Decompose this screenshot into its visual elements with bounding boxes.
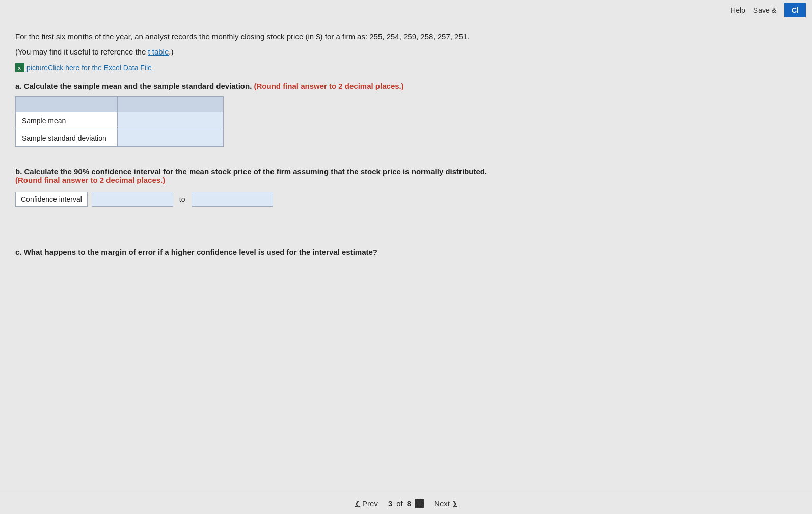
section-b-bold: (Round final answer to 2 decimal places.…	[15, 176, 165, 184]
prev-chevron-icon: ❮	[355, 500, 360, 507]
excel-data-link[interactable]: pictureClick here for the Excel Data Fil…	[26, 64, 152, 72]
problem-intro: For the first six months of the year, an…	[15, 31, 596, 43]
excel-link-row: X pictureClick here for the Excel Data F…	[15, 63, 596, 72]
table-row: Sample mean	[16, 112, 224, 129]
page-indicator: 3 of 8	[388, 499, 424, 508]
confidence-interval-label: Confidence interval	[15, 192, 88, 207]
grid-dot	[418, 499, 421, 502]
grid-dot	[418, 502, 421, 505]
reference-line: (You may find it useful to reference the…	[15, 46, 596, 58]
grid-icon[interactable]	[415, 499, 424, 508]
section-c-label: c. What happens to the margin of error i…	[15, 248, 596, 256]
section-a-label: a. Calculate the sample mean and the sam…	[15, 82, 596, 90]
table-row: Sample standard deviation	[16, 129, 224, 147]
current-page: 3	[388, 499, 392, 508]
sample-mean-label: Sample mean	[16, 112, 118, 129]
grid-dot	[415, 502, 418, 505]
sample-std-input[interactable]	[124, 132, 217, 143]
of-text: of	[396, 499, 403, 508]
sample-stats-table-container: Sample mean Sample standard deviation	[15, 96, 596, 147]
part-c-letter: c.	[15, 248, 22, 256]
help-label: Help	[730, 6, 745, 14]
save-label: Save &	[753, 6, 776, 14]
intro-text: For the first six months of the year, an…	[15, 32, 469, 41]
grid-dot	[421, 505, 424, 508]
grid-dot	[415, 499, 418, 502]
section-a-text: Calculate the sample mean and the sample…	[22, 82, 254, 90]
svg-text:X: X	[18, 66, 21, 71]
grid-dot	[415, 505, 418, 508]
prev-button[interactable]: ❮ Prev	[355, 499, 378, 508]
reference-prefix: (You may find it useful to reference the	[15, 47, 148, 56]
part-b-letter: b.	[15, 167, 22, 176]
prev-label: Prev	[362, 499, 378, 508]
part-a-letter: a.	[15, 82, 22, 90]
excel-icon: X	[15, 63, 24, 72]
section-b: b. Calculate the 90% confidence interval…	[15, 167, 596, 207]
main-content: For the first six months of the year, an…	[0, 0, 611, 307]
to-text: to	[177, 195, 187, 203]
grid-dot	[421, 502, 424, 505]
sample-stats-table: Sample mean Sample standard deviation	[15, 96, 224, 147]
confidence-interval-row: Confidence interval to	[15, 192, 596, 207]
sample-mean-input[interactable]	[124, 115, 217, 126]
table-header-2	[118, 97, 224, 112]
reference-suffix: .)	[169, 47, 173, 56]
t-table-link[interactable]: t table	[148, 47, 169, 56]
confidence-upper-input[interactable]	[192, 192, 273, 207]
sample-std-label: Sample standard deviation	[16, 129, 118, 147]
section-c: c. What happens to the margin of error i…	[15, 248, 596, 256]
sample-std-value-cell	[118, 129, 224, 147]
next-chevron-icon: ❯	[452, 500, 457, 507]
sample-mean-value-cell	[118, 112, 224, 129]
section-b-text: Calculate the 90% confidence interval fo…	[22, 167, 487, 176]
section-a: a. Calculate the sample mean and the sam…	[15, 82, 596, 147]
section-c-text: What happens to the margin of error if a…	[22, 248, 377, 256]
section-a-bold: (Round final answer to 2 decimal places.…	[254, 82, 404, 90]
total-pages: 8	[407, 499, 411, 508]
grid-dot	[421, 499, 424, 502]
nav-bar: ❮ Prev 3 of 8 Next ❯	[0, 493, 812, 514]
grid-dot	[418, 505, 421, 508]
table-header-1	[16, 97, 118, 112]
next-button[interactable]: Next ❯	[434, 499, 457, 508]
cl-button[interactable]: Cl	[784, 3, 806, 17]
confidence-lower-input[interactable]	[92, 192, 173, 207]
section-b-label: b. Calculate the 90% confidence interval…	[15, 167, 596, 184]
next-label: Next	[434, 499, 450, 508]
top-bar: Help Save & Cl	[724, 0, 812, 20]
